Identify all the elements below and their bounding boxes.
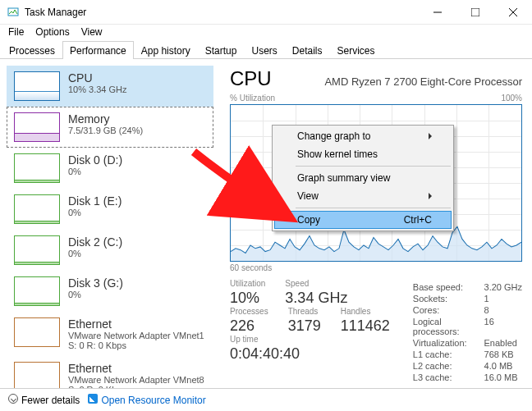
sidebar-item-disk-2[interactable]: Disk 0 (D:)0% xyxy=(7,148,213,189)
app-icon xyxy=(7,6,20,19)
sidebar-thumb-icon xyxy=(14,112,60,142)
sidebar-item-subtitle: 0% xyxy=(68,208,122,217)
resource-monitor-icon xyxy=(88,394,98,404)
sidebar-item-eth-7[interactable]: EthernetVMware Network Adapter VMnet8S: … xyxy=(7,356,213,389)
context-menu-shortcut: Ctrl+C xyxy=(404,214,432,226)
svg-rect-2 xyxy=(471,8,479,16)
sidebar-item-title: CPU xyxy=(68,71,127,84)
spec-value: Enabled xyxy=(484,338,522,348)
minimize-button[interactable] xyxy=(419,0,456,25)
stat-label: Handles xyxy=(341,307,390,316)
sidebar-item-mem-1[interactable]: Memory7.5/31.9 GB (24%) xyxy=(7,107,213,148)
context-menu-item-change-graph-to[interactable]: Change graph to xyxy=(274,127,452,145)
chevron-right-icon xyxy=(429,133,432,139)
axis-label-bottom: 60 seconds xyxy=(230,263,522,272)
sidebar-item-title: Ethernet xyxy=(68,362,204,375)
fewer-details-button[interactable]: Fewer details xyxy=(8,394,80,406)
sidebar-item-disk-3[interactable]: Disk 1 (E:)0% xyxy=(7,189,213,230)
stat-processes: Processes226 xyxy=(230,307,268,335)
sidebar-item-title: Disk 0 (D:) xyxy=(68,153,122,167)
open-resource-monitor-link[interactable]: Open Resource Monitor xyxy=(88,394,205,406)
pane-title: CPU xyxy=(230,67,272,90)
menu-view[interactable]: View xyxy=(76,25,108,41)
stat-label: Threads xyxy=(288,307,321,316)
sidebar-item-eth-6[interactable]: EthernetVMware Network Adapter VMnet1S: … xyxy=(7,312,213,356)
sidebar-thumb-icon xyxy=(14,194,60,224)
sidebar-thumb-icon xyxy=(14,153,60,183)
stat-value: 111462 xyxy=(341,317,390,335)
annotation-arrow xyxy=(186,144,317,228)
stat-handles: Handles111462 xyxy=(341,307,390,335)
cpu-model: AMD Ryzen 7 2700 Eight-Core Processor xyxy=(324,75,522,88)
titlebar: Task Manager xyxy=(0,0,532,25)
stat-value: 3.34 GHz xyxy=(285,290,347,307)
sidebar-item-subtitle: 10% 3.34 GHz xyxy=(68,84,127,94)
tab-details[interactable]: Details xyxy=(285,41,330,59)
tabbar: Processes Performance App history Startu… xyxy=(0,41,532,59)
sidebar-item-subtitle: VMware Network Adapter VMnet1 xyxy=(68,331,204,340)
sidebar-item-title: Disk 1 (E:) xyxy=(68,194,122,208)
stat-value: 226 xyxy=(230,317,268,335)
spec-label: Cores: xyxy=(413,305,473,315)
sidebar-item-subtitle: 7.5/31.9 GB (24%) xyxy=(68,126,143,135)
sidebar-item-subtitle2: S: 0 R: 0 Kbps xyxy=(68,340,204,350)
axis-label-left: % Utilization xyxy=(230,94,275,103)
stat-value: 3179 xyxy=(288,317,321,335)
sidebar-item-subtitle: VMware Network Adapter VMnet8 xyxy=(68,375,204,385)
chevron-right-icon xyxy=(429,193,432,199)
sidebar-thumb-icon xyxy=(14,362,60,389)
spec-label: Base speed: xyxy=(413,282,473,292)
footer: Fewer details Open Resource Monitor xyxy=(0,388,532,411)
tab-performance[interactable]: Performance xyxy=(62,41,134,59)
context-menu-separator xyxy=(296,166,451,167)
spec-label: Logical processors: xyxy=(413,317,473,336)
spec-value: 768 KB xyxy=(484,349,522,359)
sidebar-item-title: Ethernet xyxy=(68,317,204,331)
sidebar-thumb-icon xyxy=(14,71,60,101)
spec-label: Sockets: xyxy=(413,294,473,304)
tab-processes[interactable]: Processes xyxy=(2,41,62,59)
stat-label: Speed xyxy=(285,279,347,288)
stat-label: Utilization xyxy=(230,279,265,288)
sidebar-thumb-icon xyxy=(14,317,60,347)
spec-value: 16.0 MB xyxy=(484,372,522,382)
window-title: Task Manager xyxy=(25,7,419,18)
spec-value: 8 xyxy=(484,305,522,315)
maximize-button[interactable] xyxy=(456,0,494,25)
sidebar-item-disk-5[interactable]: Disk 3 (G:)0% xyxy=(7,271,213,312)
sidebar-item-title: Disk 2 (C:) xyxy=(68,235,122,249)
spec-value: 16 xyxy=(484,317,522,336)
tab-startup[interactable]: Startup xyxy=(198,41,245,59)
menubar: File Options View xyxy=(0,25,532,41)
stat-utilization: Utilization10% xyxy=(230,279,265,307)
spec-label: L1 cache: xyxy=(413,349,473,359)
context-menu-separator xyxy=(296,208,451,208)
sidebar-item-subtitle: 0% xyxy=(68,167,122,176)
svg-rect-0 xyxy=(8,8,18,16)
spec-label: L2 cache: xyxy=(413,361,473,371)
sidebar-item-subtitle: 0% xyxy=(68,290,123,299)
stat-value: 10% xyxy=(230,290,265,307)
sidebar-thumb-icon xyxy=(14,235,60,265)
cpu-static-info: Base speed:3.20 GHzSockets:1Cores:8Logic… xyxy=(413,279,522,382)
tab-services[interactable]: Services xyxy=(330,41,383,59)
spec-label: Virtualization: xyxy=(413,338,473,348)
spec-value: 4.0 MB xyxy=(484,361,522,371)
axis-label-right: 100% xyxy=(501,94,522,103)
chevron-up-icon xyxy=(8,394,18,404)
menu-file[interactable]: File xyxy=(3,25,29,41)
sidebar-item-cpu-0[interactable]: CPU10% 3.34 GHz xyxy=(7,66,213,107)
stat-value: 0:04:40:40 xyxy=(230,345,300,363)
menu-options[interactable]: Options xyxy=(30,25,74,41)
close-button[interactable] xyxy=(494,0,532,25)
sidebar-item-disk-4[interactable]: Disk 2 (C:)0% xyxy=(7,230,213,271)
spec-value: 1 xyxy=(484,294,522,304)
sidebar-item-title: Disk 3 (G:) xyxy=(68,276,123,290)
stat-label: Processes xyxy=(230,307,268,316)
sidebar-item-subtitle: 0% xyxy=(68,249,122,258)
stat-threads: Threads3179 xyxy=(288,307,321,335)
tab-users[interactable]: Users xyxy=(244,41,284,59)
spec-label: L3 cache: xyxy=(413,372,473,382)
context-menu-label: Change graph to xyxy=(297,130,370,142)
tab-app-history[interactable]: App history xyxy=(134,41,198,59)
